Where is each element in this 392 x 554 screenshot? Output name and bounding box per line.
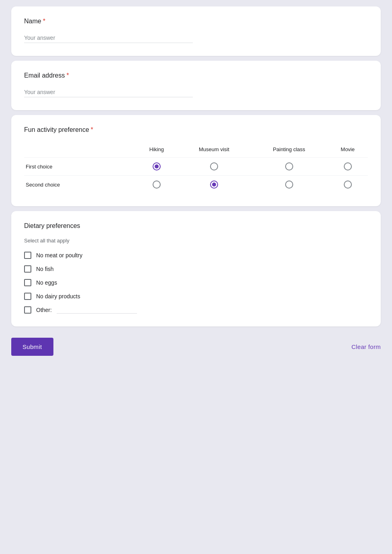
no-fish-label: No fish bbox=[36, 266, 54, 272]
dietary-checkbox-list: No meat or poultry No fish No eggs No da… bbox=[24, 252, 368, 314]
activity-grid: Hiking Museum visit Painting class Movie… bbox=[24, 142, 368, 193]
activity-col-painting: Painting class bbox=[251, 142, 327, 158]
first-choice-movie-cell[interactable] bbox=[327, 158, 368, 176]
list-item[interactable]: Other: bbox=[24, 306, 368, 314]
name-required-star: * bbox=[43, 18, 45, 25]
no-dairy-label: No dairy products bbox=[36, 293, 80, 300]
no-eggs-checkbox[interactable] bbox=[24, 279, 31, 286]
activity-required-star: * bbox=[91, 126, 93, 133]
name-input[interactable] bbox=[24, 33, 193, 43]
no-meat-checkbox[interactable] bbox=[24, 252, 31, 259]
first-choice-label: First choice bbox=[24, 158, 136, 176]
second-choice-painting-cell[interactable] bbox=[251, 176, 327, 194]
table-row: First choice bbox=[24, 158, 368, 176]
no-meat-label: No meat or poultry bbox=[36, 252, 82, 259]
second-choice-label: Second choice bbox=[24, 176, 136, 194]
name-question-label: Name * bbox=[24, 18, 368, 25]
email-question-label: Email address * bbox=[24, 72, 368, 79]
list-item[interactable]: No eggs bbox=[24, 279, 368, 286]
activity-col-hiking: Hiking bbox=[136, 142, 178, 158]
activity-col-movie: Movie bbox=[327, 142, 368, 158]
dietary-card: Dietary preferences Select all that appl… bbox=[11, 211, 381, 326]
name-label-text: Name bbox=[24, 18, 41, 25]
dietary-question-label: Dietary preferences bbox=[24, 222, 368, 230]
other-input[interactable] bbox=[57, 307, 137, 314]
no-dairy-checkbox[interactable] bbox=[24, 293, 31, 300]
second-choice-museum-cell[interactable] bbox=[178, 176, 251, 194]
list-item[interactable]: No meat or poultry bbox=[24, 252, 368, 259]
activity-header-row: Hiking Museum visit Painting class Movie bbox=[24, 142, 368, 158]
email-input[interactable] bbox=[24, 87, 193, 97]
email-label-text: Email address bbox=[24, 72, 65, 79]
first-choice-painting-cell[interactable] bbox=[251, 158, 327, 176]
email-required-star: * bbox=[66, 72, 69, 79]
clear-form-button[interactable]: Clear form bbox=[351, 343, 381, 350]
other-label: Other: bbox=[36, 307, 52, 313]
other-checkbox[interactable] bbox=[24, 306, 31, 314]
first-choice-hiking-radio[interactable] bbox=[153, 162, 161, 170]
second-choice-movie-cell[interactable] bbox=[327, 176, 368, 194]
activity-label-text: Fun activity preference bbox=[24, 126, 89, 133]
no-fish-checkbox[interactable] bbox=[24, 265, 31, 273]
second-choice-hiking-radio[interactable] bbox=[153, 181, 161, 189]
dietary-subtitle: Select all that apply bbox=[24, 238, 368, 244]
activity-col-museum: Museum visit bbox=[178, 142, 251, 158]
list-item[interactable]: No dairy products bbox=[24, 293, 368, 300]
first-choice-painting-radio[interactable] bbox=[285, 162, 293, 170]
name-card: Name * bbox=[11, 6, 381, 56]
first-choice-museum-cell[interactable] bbox=[178, 158, 251, 176]
second-choice-movie-radio[interactable] bbox=[344, 181, 352, 189]
list-item[interactable]: No fish bbox=[24, 265, 368, 273]
email-card: Email address * bbox=[11, 61, 381, 110]
activity-card: Fun activity preference * Hiking Museum … bbox=[11, 115, 381, 206]
second-choice-museum-radio[interactable] bbox=[210, 181, 218, 189]
second-choice-painting-radio[interactable] bbox=[285, 181, 293, 189]
second-choice-hiking-cell[interactable] bbox=[136, 176, 178, 194]
first-choice-museum-radio[interactable] bbox=[210, 162, 218, 170]
footer-bar: Submit Clear form bbox=[11, 330, 381, 364]
first-choice-movie-radio[interactable] bbox=[344, 162, 352, 170]
dietary-label-text: Dietary preferences bbox=[24, 222, 80, 230]
table-row: Second choice bbox=[24, 176, 368, 194]
submit-button[interactable]: Submit bbox=[11, 338, 53, 356]
no-eggs-label: No eggs bbox=[36, 279, 57, 286]
first-choice-hiking-cell[interactable] bbox=[136, 158, 178, 176]
activity-question-label: Fun activity preference * bbox=[24, 126, 368, 133]
form-container: Name * Email address * Fun activity pref… bbox=[11, 6, 381, 326]
activity-col-empty bbox=[24, 142, 136, 158]
